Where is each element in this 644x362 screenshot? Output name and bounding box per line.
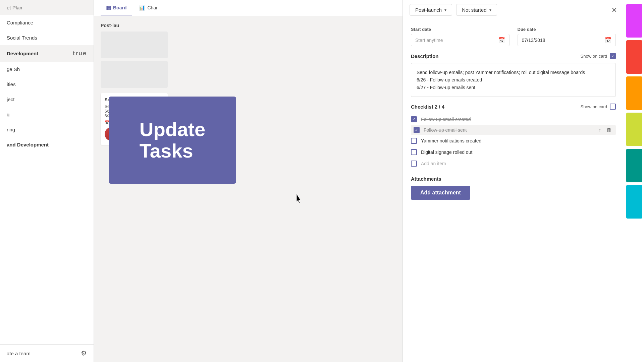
description-show-on-card: Show on card ✓ — [581, 53, 616, 59]
calendar-icon: 📅 — [498, 37, 505, 43]
checklist-title: Checklist 2 / 4 — [411, 104, 444, 110]
tab-board[interactable]: ▦ Board — [101, 0, 132, 15]
start-date-group: Start date Start anytime 📅 — [411, 27, 509, 46]
cyan-swatch[interactable] — [626, 185, 642, 219]
main-content: ▦ Board 📊 Char Post-lau Send t Send fo..… — [94, 0, 402, 362]
attachments-title: Attachments — [411, 176, 616, 182]
bucket-dropdown[interactable]: Post-launch ▾ — [410, 4, 452, 16]
board-icon: ▦ — [106, 4, 111, 11]
pink-swatch[interactable] — [626, 4, 642, 38]
checklist-item-3: Yammer notifications created — [411, 135, 616, 146]
sidebar: et Plan Compliance Social Trends Develop… — [0, 0, 94, 362]
add-item-placeholder[interactable]: Add an item — [421, 161, 446, 166]
sidebar-item-ge-sh[interactable]: ge Sh — [0, 62, 94, 77]
add-item-checkbox[interactable] — [411, 161, 417, 167]
teal-swatch[interactable] — [626, 149, 642, 182]
orange-swatch[interactable] — [626, 76, 642, 110]
create-team-button[interactable]: ate a team ⚙ — [0, 344, 94, 362]
more-options-icon[interactable]: true — [73, 50, 87, 57]
sidebar-item-compliance[interactable]: Compliance — [0, 15, 94, 30]
lime-swatch[interactable] — [626, 113, 642, 146]
color-swatches-panel — [624, 0, 644, 362]
tab-chart[interactable]: 📊 Char — [133, 0, 163, 15]
due-date-label: Due date — [518, 27, 616, 32]
checklist-item-1: ✓ Follow-up email created — [411, 114, 616, 125]
detail-header: Post-launch ▾ Not started ▾ ✕ — [403, 0, 624, 20]
board-section-label: Post-lau — [101, 23, 396, 28]
status-dropdown[interactable]: Not started ▾ — [456, 4, 497, 16]
sidebar-item-ring[interactable]: ring — [0, 122, 94, 137]
cursor — [295, 194, 303, 206]
checklist-header: Checklist 2 / 4 Show on card — [411, 104, 616, 110]
checklist-item-3-text: Yammer notifications created — [421, 138, 616, 143]
sidebar-item-ities[interactable]: ities — [0, 77, 94, 92]
checklist-item-4-text: Digital signage rolled out — [421, 149, 616, 155]
checklist-show-on-card: Show on card — [581, 104, 616, 110]
chevron-down-icon: ▾ — [444, 8, 446, 12]
description-show-checkbox[interactable]: ✓ — [610, 53, 616, 59]
description-box[interactable]: Send follow-up emails; post Yammer notif… — [411, 63, 616, 97]
chart-icon: 📊 — [139, 4, 145, 11]
start-date-input[interactable]: Start anytime 📅 — [411, 34, 509, 46]
sidebar-item-market-plan[interactable]: et Plan — [0, 0, 94, 15]
update-tasks-text: UpdateTasks — [133, 112, 212, 168]
checklist-item-4-checkbox[interactable] — [411, 149, 417, 155]
board-area: Post-lau Send t Send fo... notifica... 6… — [94, 16, 402, 362]
due-date-input[interactable]: 07/13/2018 📅 — [518, 34, 616, 46]
add-item-row: Add an item — [411, 158, 616, 169]
checklist-item-2-text: Follow-up email sent — [424, 127, 593, 133]
delete-item-button[interactable]: 🗑 — [605, 126, 613, 134]
sidebar-item-social-trends[interactable]: Social Trends — [0, 30, 94, 45]
date-row: Start date Start anytime 📅 Due date 07/1… — [411, 27, 616, 46]
detail-panel: Post-launch ▾ Not started ▾ ✕ Start date… — [402, 0, 624, 362]
tabs-bar: ▦ Board 📊 Char — [94, 0, 402, 16]
move-up-button[interactable]: ↑ — [597, 126, 602, 134]
checklist-item-2-checkbox[interactable]: ✓ — [414, 127, 420, 133]
sidebar-item-brand-dev[interactable]: and Development — [0, 137, 94, 152]
checklist-item-4: Digital signage rolled out — [411, 146, 616, 158]
update-tasks-overlay: UpdateTasks — [109, 97, 236, 184]
attachments-section: Attachments Add attachment — [411, 176, 616, 200]
description-title: Description — [411, 53, 439, 59]
chevron-down-icon: ▾ — [489, 8, 491, 12]
close-button[interactable]: ✕ — [611, 6, 617, 14]
sidebar-item-g[interactable]: g — [0, 107, 94, 122]
sidebar-item-ject[interactable]: ject — [0, 92, 94, 107]
description-section-header: Description Show on card ✓ — [411, 53, 616, 59]
due-date-group: Due date 07/13/2018 📅 — [518, 27, 616, 46]
red-swatch[interactable] — [626, 40, 642, 74]
detail-body: Start date Start anytime 📅 Due date 07/1… — [403, 20, 624, 362]
checklist-item-2-actions: ↑ 🗑 — [597, 126, 613, 134]
sidebar-item-development[interactable]: Development true — [0, 45, 94, 62]
calendar-icon: 📅 — [605, 37, 611, 43]
checklist-item-1-checkbox[interactable]: ✓ — [411, 116, 417, 122]
checklist-item-2: ✓ Follow-up email sent ↑ 🗑 — [411, 125, 616, 135]
gear-icon[interactable]: ⚙ — [81, 349, 87, 357]
description-text: Send follow-up emails; post Yammer notif… — [417, 69, 610, 91]
start-date-label: Start date — [411, 27, 509, 32]
checklist-item-1-text: Follow-up email created — [421, 117, 616, 122]
checklist-item-3-checkbox[interactable] — [411, 138, 417, 144]
checklist-show-checkbox[interactable] — [610, 104, 616, 110]
add-attachment-button[interactable]: Add attachment — [411, 186, 470, 200]
